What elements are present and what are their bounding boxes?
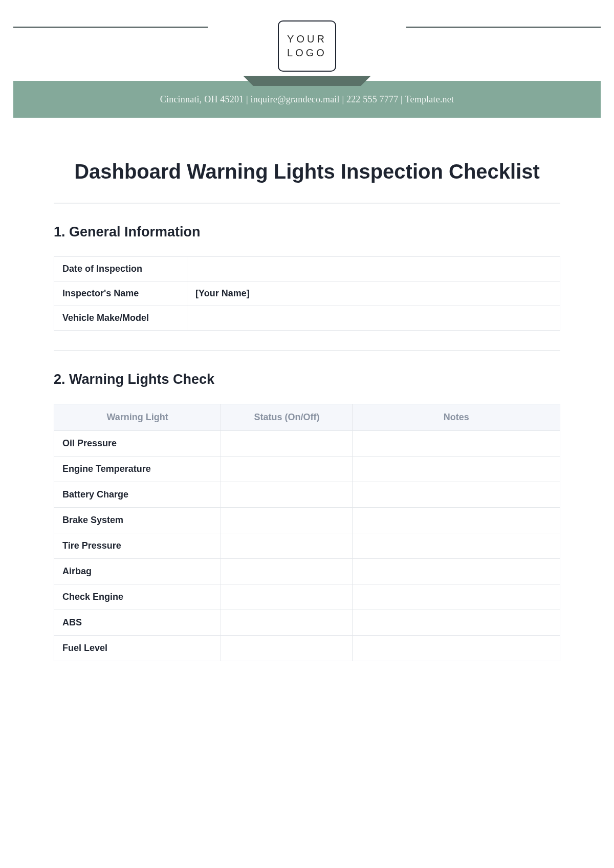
warning-light-name: Battery Charge bbox=[54, 482, 221, 508]
warning-lights-table: Warning Light Status (On/Off) Notes Oil … bbox=[54, 404, 560, 661]
col-warning-light: Warning Light bbox=[54, 404, 221, 431]
table-row: Vehicle Make/Model bbox=[54, 306, 560, 331]
top-rule-right bbox=[406, 27, 601, 28]
status-cell[interactable] bbox=[221, 636, 353, 661]
table-row: Engine Temperature bbox=[54, 457, 560, 482]
logo-text: YOUR LOGO bbox=[287, 32, 327, 60]
table-row: Battery Charge bbox=[54, 482, 560, 508]
notes-cell[interactable] bbox=[353, 431, 560, 457]
table-row: Airbag bbox=[54, 559, 560, 584]
notes-cell[interactable] bbox=[353, 610, 560, 636]
table-row: Date of Inspection bbox=[54, 257, 560, 281]
table-row: Check Engine bbox=[54, 584, 560, 610]
status-cell[interactable] bbox=[221, 584, 353, 610]
banner-site: Template.net bbox=[405, 94, 454, 104]
notes-cell[interactable] bbox=[353, 508, 560, 533]
table-row: Oil Pressure bbox=[54, 431, 560, 457]
divider bbox=[54, 350, 560, 351]
warning-light-name: ABS bbox=[54, 610, 221, 636]
status-cell[interactable] bbox=[221, 533, 353, 559]
status-cell[interactable] bbox=[221, 559, 353, 584]
table-row: Fuel Level bbox=[54, 636, 560, 661]
banner-text: Cincinnati, OH 45201 | inquire@grandeco.… bbox=[160, 94, 454, 105]
info-value[interactable]: [Your Name] bbox=[187, 281, 560, 306]
banner-phone: 222 555 7777 bbox=[346, 94, 398, 104]
status-cell[interactable] bbox=[221, 610, 353, 636]
info-label: Date of Inspection bbox=[54, 257, 187, 281]
table-row: Brake System bbox=[54, 508, 560, 533]
banner-email: inquire@grandeco.mail bbox=[251, 94, 340, 104]
warning-light-name: Fuel Level bbox=[54, 636, 221, 661]
warning-light-name: Oil Pressure bbox=[54, 431, 221, 457]
banner-address: Cincinnati, OH 45201 bbox=[160, 94, 244, 104]
warning-light-name: Tire Pressure bbox=[54, 533, 221, 559]
notes-cell[interactable] bbox=[353, 457, 560, 482]
status-cell[interactable] bbox=[221, 482, 353, 508]
notes-cell[interactable] bbox=[353, 482, 560, 508]
table-row: ABS bbox=[54, 610, 560, 636]
separator: | bbox=[244, 94, 250, 104]
status-cell[interactable] bbox=[221, 431, 353, 457]
info-label: Inspector's Name bbox=[54, 281, 187, 306]
separator: | bbox=[340, 94, 346, 104]
status-cell[interactable] bbox=[221, 457, 353, 482]
warning-light-name: Check Engine bbox=[54, 584, 221, 610]
header-banner: Cincinnati, OH 45201 | inquire@grandeco.… bbox=[0, 81, 614, 118]
warning-light-name: Engine Temperature bbox=[54, 457, 221, 482]
col-notes: Notes bbox=[353, 404, 560, 431]
logo-line2: LOGO bbox=[287, 47, 327, 58]
info-value[interactable] bbox=[187, 306, 560, 331]
logo-line1: YOUR bbox=[287, 33, 327, 45]
table-row: Inspector's Name [Your Name] bbox=[54, 281, 560, 306]
info-value[interactable] bbox=[187, 257, 560, 281]
divider bbox=[54, 203, 560, 204]
section-2-heading: 2. Warning Lights Check bbox=[54, 372, 560, 387]
status-cell[interactable] bbox=[221, 508, 353, 533]
logo-placeholder: YOUR LOGO bbox=[278, 20, 336, 72]
notes-cell[interactable] bbox=[353, 533, 560, 559]
top-rule-left bbox=[13, 27, 208, 28]
banner-notch bbox=[243, 76, 371, 86]
col-status: Status (On/Off) bbox=[221, 404, 353, 431]
warning-light-name: Brake System bbox=[54, 508, 221, 533]
section-1-heading: 1. General Information bbox=[54, 224, 560, 240]
general-info-table: Date of Inspection Inspector's Name [You… bbox=[54, 256, 560, 331]
page-title: Dashboard Warning Lights Inspection Chec… bbox=[54, 159, 560, 184]
notes-cell[interactable] bbox=[353, 584, 560, 610]
info-label: Vehicle Make/Model bbox=[54, 306, 187, 331]
separator: | bbox=[398, 94, 405, 104]
document-content: Dashboard Warning Lights Inspection Chec… bbox=[54, 143, 560, 681]
table-row: Tire Pressure bbox=[54, 533, 560, 559]
notes-cell[interactable] bbox=[353, 559, 560, 584]
warning-light-name: Airbag bbox=[54, 559, 221, 584]
banner-bg: Cincinnati, OH 45201 | inquire@grandeco.… bbox=[13, 81, 601, 118]
notes-cell[interactable] bbox=[353, 636, 560, 661]
table-header-row: Warning Light Status (On/Off) Notes bbox=[54, 404, 560, 431]
